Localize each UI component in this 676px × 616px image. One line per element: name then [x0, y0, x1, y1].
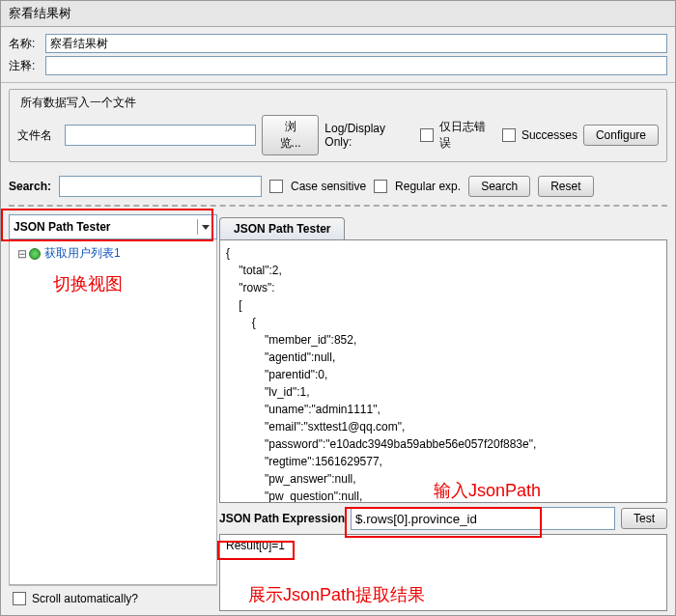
regex-checkbox[interactable] [374, 180, 387, 193]
tree-item-label: 获取用户列表1 [44, 245, 121, 262]
errors-only-label: 仅日志错误 [439, 119, 496, 152]
tree-item[interactable]: ⊟ 获取用户列表1 [14, 243, 212, 264]
json-path-result[interactable]: Result[0]=1 [219, 534, 667, 611]
name-label: 名称: [9, 36, 45, 52]
regex-label: Regular exp. [395, 180, 461, 193]
test-button[interactable]: Test [621, 508, 667, 529]
comment-input[interactable] [45, 56, 667, 75]
results-tree[interactable]: ⊟ 获取用户列表1 [9, 239, 217, 585]
filename-label: 文件名 [17, 127, 59, 144]
case-sensitive-label: Case sensitive [291, 180, 366, 193]
file-output-fieldset: 所有数据写入一个文件 文件名 浏览... Log/Display Only: 仅… [9, 89, 667, 162]
filename-input[interactable] [65, 125, 255, 146]
tab-json-path-tester[interactable]: JSON Path Tester [219, 217, 345, 239]
success-status-icon [29, 248, 41, 260]
window-title: 察看结果树 [1, 1, 675, 27]
view-selector-value: JSON Path Tester [14, 220, 110, 234]
search-label: Search: [9, 180, 51, 193]
search-input[interactable] [59, 176, 262, 197]
errors-only-checkbox[interactable] [420, 128, 434, 142]
successes-checkbox[interactable] [502, 128, 516, 142]
successes-label: Successes [521, 128, 577, 142]
configure-button[interactable]: Configure [583, 125, 659, 146]
reset-button[interactable]: Reset [538, 176, 593, 197]
chevron-down-icon [197, 219, 212, 235]
scroll-auto-checkbox[interactable] [13, 592, 26, 605]
log-display-label: Log/Display Only: [324, 122, 414, 149]
json-response-viewer[interactable]: { "total":2, "rows": [ { "member_id":852… [219, 239, 667, 503]
search-button[interactable]: Search [468, 176, 530, 197]
view-selector-dropdown[interactable]: JSON Path Tester [9, 214, 217, 239]
json-path-expression-label: JSON Path Expression [219, 512, 345, 525]
json-path-expression-input[interactable] [351, 507, 615, 530]
tree-handle-icon: ⊟ [17, 247, 25, 261]
file-output-legend: 所有数据写入一个文件 [17, 95, 139, 111]
browse-button[interactable]: 浏览... [262, 115, 320, 155]
case-sensitive-checkbox[interactable] [269, 180, 283, 193]
name-input[interactable] [45, 34, 667, 53]
scroll-auto-label: Scroll automatically? [32, 592, 138, 605]
comment-label: 注释: [9, 58, 45, 74]
